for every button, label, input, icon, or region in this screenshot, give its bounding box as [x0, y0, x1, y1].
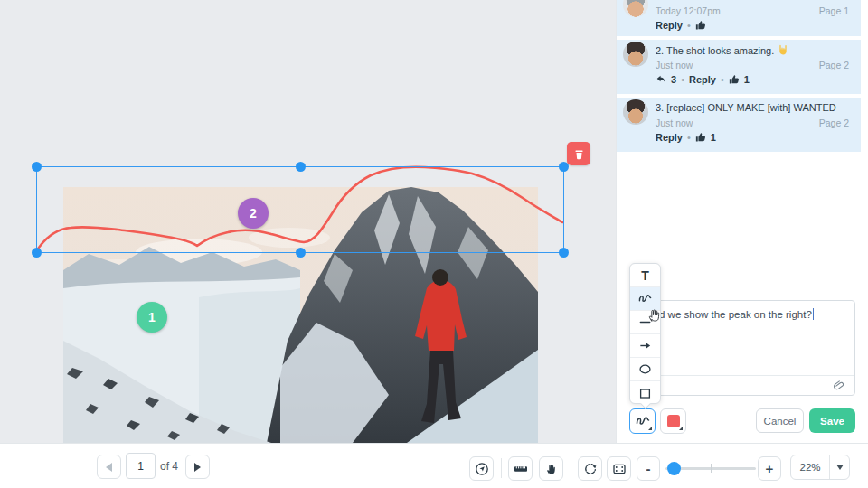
- comment-timestamp: Just now: [656, 117, 693, 128]
- hand-icon: [544, 462, 558, 475]
- zoom-level-value: 22%: [791, 455, 829, 479]
- comment-card-2: 2. The shot looks amazing. Just now Page…: [617, 40, 861, 94]
- comment-input[interactable]: d we show the peak on the right?: [634, 300, 855, 396]
- resize-handle-top-middle[interactable]: [296, 162, 306, 172]
- comment-card-3: 3. [replace] ONLY MAKE [with] WANTED Jus…: [617, 98, 861, 152]
- thumbs-up-icon[interactable]: [729, 74, 740, 85]
- reply-link[interactable]: Reply: [656, 132, 683, 143]
- comment-timestamp: Just now: [656, 60, 693, 70]
- resize-handle-bottom-left[interactable]: [32, 248, 42, 258]
- tool-ellipse[interactable]: [630, 358, 660, 381]
- reply-count[interactable]: 3: [671, 74, 676, 85]
- ruler-icon: [514, 462, 528, 476]
- reply-link[interactable]: Reply: [689, 74, 716, 85]
- divider: [571, 458, 571, 478]
- next-page-button[interactable]: [185, 455, 210, 479]
- trash-icon: [572, 147, 586, 161]
- comment-timestamp: Today 12:07pm: [656, 5, 721, 16]
- fit-screen-icon: [612, 462, 627, 476]
- text-tool-icon: T: [641, 268, 649, 283]
- avatar[interactable]: [623, 0, 648, 17]
- freehand-tool-icon: [638, 292, 652, 305]
- color-picker-button[interactable]: [660, 408, 686, 434]
- text-caret: [813, 308, 815, 320]
- zoom-out-button[interactable]: -: [637, 456, 660, 481]
- bottom-toolbar: of 4 - + 22%: [0, 443, 868, 488]
- tool-text[interactable]: T: [630, 264, 660, 287]
- expand-corner-icon: [648, 427, 652, 430]
- ellipse-tool-icon: [638, 362, 652, 376]
- comment-card-1: Today 12:07pm Page 1 Reply •: [617, 0, 861, 36]
- cancel-button[interactable]: Cancel: [756, 408, 804, 433]
- avatar[interactable]: [623, 42, 648, 67]
- page-number-input[interactable]: [126, 453, 156, 479]
- comment-page-label: Page 1: [819, 5, 849, 16]
- annotation-selection-box[interactable]: [36, 166, 564, 253]
- delete-annotation-button[interactable]: [567, 142, 590, 165]
- resize-handle-top-left[interactable]: [32, 162, 42, 172]
- zoom-slider-knob[interactable]: [667, 462, 681, 475]
- thumbs-up-icon[interactable]: [695, 20, 706, 31]
- red-color-swatch: [667, 415, 680, 427]
- rotate-button[interactable]: [578, 456, 602, 481]
- comment-text: 2. The shot looks amazing.: [656, 45, 774, 56]
- divider: [501, 458, 502, 478]
- right-triangle-icon: [194, 463, 201, 472]
- avatar[interactable]: [623, 99, 648, 125]
- minus-icon: -: [646, 462, 651, 475]
- active-draw-tool-button[interactable]: [629, 408, 656, 434]
- comment-marker-1[interactable]: 1: [137, 302, 167, 333]
- reply-arrow-icon: [656, 74, 666, 85]
- zoom-dropdown-toggle[interactable]: [829, 455, 849, 479]
- hand-cursor-icon: [646, 306, 662, 323]
- expand-corner-icon: [679, 427, 683, 430]
- thumbs-up-icon[interactable]: [695, 132, 706, 143]
- like-count: 1: [711, 132, 716, 143]
- navigate-mode-button[interactable]: [469, 456, 494, 481]
- paperclip-icon[interactable]: [832, 380, 847, 391]
- reply-link[interactable]: Reply: [656, 20, 683, 31]
- comment-page-label: Page 2: [819, 60, 849, 70]
- comment-marker-2[interactable]: 2: [238, 198, 269, 229]
- bullet: •: [687, 20, 691, 31]
- marker-1-label: 1: [148, 310, 156, 324]
- comment-text: 3. [replace] ONLY MAKE [with] WANTED: [656, 102, 836, 113]
- measure-tool-button[interactable]: [508, 456, 533, 481]
- fit-to-screen-button[interactable]: [607, 456, 631, 481]
- zoom-in-button[interactable]: +: [758, 456, 781, 481]
- arrow-tool-icon: [638, 339, 652, 352]
- comment-input-text: d we show the peak on the right?: [659, 309, 812, 320]
- comments-sidebar: Today 12:07pm Page 1 Reply • 2. The shot…: [616, 0, 868, 443]
- marker-2-label: 2: [250, 206, 257, 221]
- save-button[interactable]: Save: [809, 408, 855, 433]
- prev-page-button[interactable]: [97, 455, 121, 479]
- bullet: •: [681, 74, 684, 85]
- zoom-slider-tick: [711, 464, 712, 473]
- compass-cursor-icon: [475, 462, 489, 476]
- like-count: 1: [744, 74, 750, 85]
- bullet: •: [721, 74, 724, 85]
- caret-down-icon: [836, 465, 844, 470]
- drawing-tools-popover: T: [629, 263, 661, 404]
- zoom-level-dropdown[interactable]: 22%: [790, 455, 850, 480]
- rock-on-hand-emoji: [777, 44, 788, 58]
- bullet: •: [687, 132, 691, 143]
- resize-handle-bottom-middle[interactable]: [296, 248, 306, 258]
- resize-handle-bottom-right[interactable]: [559, 248, 569, 258]
- page-total-label: of 4: [160, 460, 178, 473]
- tool-arrow[interactable]: [630, 334, 660, 358]
- left-triangle-icon: [106, 463, 112, 472]
- plus-icon: +: [766, 462, 774, 475]
- pan-tool-button[interactable]: [539, 456, 563, 481]
- comment-page-label: Page 2: [819, 117, 849, 128]
- rotate-cw-icon: [583, 462, 598, 476]
